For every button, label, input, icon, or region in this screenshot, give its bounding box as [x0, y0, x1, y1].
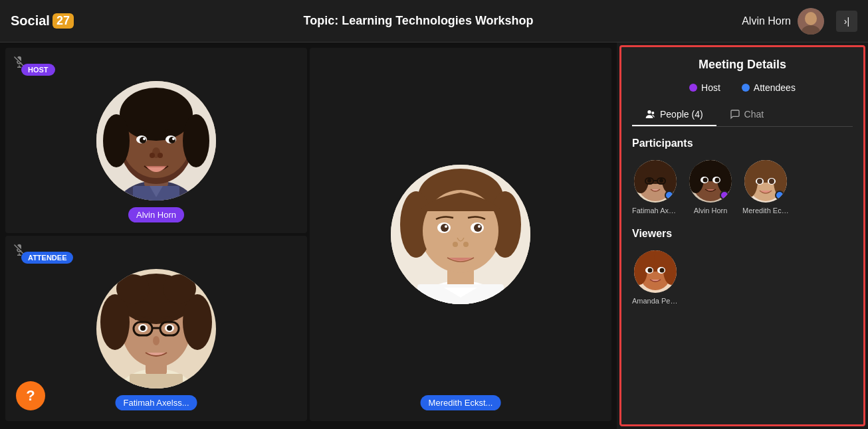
attendee-badge-fatimah: ATTENDEE	[21, 252, 73, 264]
svg-point-92	[757, 179, 762, 184]
svg-point-22	[150, 153, 155, 158]
svg-point-59	[474, 224, 482, 232]
legend: Host Attendees	[632, 82, 853, 93]
svg-point-13	[103, 114, 130, 167]
tab-people-label: People (4)	[660, 109, 703, 120]
svg-point-63	[463, 242, 469, 247]
svg-point-19	[143, 137, 146, 140]
participant-meredith: Meredith Eck...	[742, 160, 789, 214]
video-area: HOST	[0, 43, 617, 429]
sidebar-tabs: People (4) Chat	[632, 104, 853, 127]
viewers-title: Viewers	[632, 228, 853, 240]
svg-point-42	[140, 325, 146, 331]
svg-point-103	[648, 268, 653, 273]
tab-people[interactable]: People (4)	[632, 104, 716, 126]
svg-point-58	[441, 224, 449, 232]
logo-number: 27	[53, 13, 74, 29]
svg-point-44	[153, 336, 160, 345]
thumb-circle-amanda	[634, 250, 677, 293]
svg-point-60	[445, 225, 447, 228]
mute-icon-fatimah: ATTENDEE	[13, 244, 25, 256]
svg-point-61	[478, 225, 481, 228]
svg-point-33	[100, 294, 130, 350]
logo: Social 27	[11, 13, 74, 29]
svg-point-14	[183, 114, 209, 167]
photo-alvin	[96, 81, 216, 201]
user-info: Alvin Horn ›|	[742, 8, 857, 35]
host-label: Host	[701, 82, 720, 93]
participant-fatimah: Fatimah Axel...	[632, 160, 679, 214]
people-icon	[645, 109, 656, 120]
thumb-circle-fatimah	[634, 160, 677, 203]
meredith-status-dot	[775, 191, 784, 200]
legend-attendees: Attendees	[742, 82, 796, 93]
mute-icon-alvin: HOST	[13, 56, 25, 68]
name-badge-meredith: Meredith Eckst...	[421, 395, 501, 410]
fatimah-thumb-name: Fatimah Axel...	[632, 207, 679, 214]
name-badge-fatimah: Fatimah Axelss...	[116, 395, 197, 410]
viewers-grid: Amanda Petr...	[632, 250, 853, 305]
chat-icon	[730, 109, 740, 120]
sidebar: Meeting Details Host Attendees Peo	[619, 45, 865, 426]
main-content: HOST	[0, 43, 868, 429]
photo-fatimah	[96, 269, 216, 388]
attendees-dot	[742, 84, 750, 92]
topic-title: Topic: Learning Technologies Workshop	[95, 14, 742, 28]
svg-point-74	[647, 179, 651, 183]
tab-chat[interactable]: Chat	[716, 104, 778, 126]
tab-chat-label: Chat	[744, 109, 764, 120]
video-cell-alvin: HOST	[5, 48, 307, 233]
alvin-status-dot	[720, 191, 729, 200]
header: Social 27 Topic: Learning Technologies W…	[0, 0, 868, 43]
meredith-thumb-name: Meredith Eck...	[742, 207, 789, 214]
amanda-thumb-name: Amanda Petr...	[632, 297, 679, 305]
svg-point-23	[158, 153, 163, 158]
svg-point-35	[116, 274, 150, 303]
svg-rect-45	[130, 374, 183, 388]
svg-point-36	[163, 274, 196, 303]
svg-point-17	[140, 137, 146, 143]
svg-point-65	[651, 112, 654, 114]
collapse-button[interactable]: ›|	[836, 11, 857, 32]
help-button[interactable]: ?	[16, 381, 45, 410]
svg-point-83	[703, 178, 708, 183]
svg-point-75	[659, 179, 663, 183]
thumb-circle-meredith	[744, 160, 787, 203]
svg-point-1	[805, 12, 817, 25]
svg-point-104	[660, 268, 665, 273]
svg-point-43	[167, 325, 172, 331]
participant-amanda: Amanda Petr...	[632, 250, 679, 305]
svg-point-34	[183, 294, 212, 350]
logo-text: Social	[11, 13, 50, 29]
avatar	[798, 8, 824, 35]
thumb-circle-alvin	[689, 160, 732, 203]
svg-point-64	[647, 110, 651, 114]
svg-point-18	[169, 137, 175, 143]
participants-grid: Fatimah Axel...	[632, 160, 853, 214]
svg-point-20	[172, 137, 175, 140]
meeting-details-title: Meeting Details	[632, 58, 853, 72]
alvin-thumb-name: Alvin Horn	[694, 207, 728, 214]
svg-point-84	[715, 178, 720, 183]
host-dot	[689, 84, 697, 92]
legend-host: Host	[689, 82, 720, 93]
participant-alvin: Alvin Horn	[689, 160, 732, 214]
name-badge-alvin: Alvin Horn	[128, 207, 184, 222]
video-cell-meredith: Meredith Eckst...	[310, 48, 611, 421]
video-cell-fatimah-bottom: ATTENDEE	[5, 236, 307, 421]
svg-point-93	[769, 179, 774, 184]
header-user-name: Alvin Horn	[742, 15, 791, 27]
participants-title: Participants	[632, 137, 853, 149]
fatimah-status-dot	[665, 191, 674, 200]
attendees-label: Attendees	[754, 82, 796, 93]
svg-point-12	[120, 88, 193, 141]
svg-point-62	[453, 242, 458, 247]
host-badge: HOST	[21, 64, 55, 76]
photo-meredith	[391, 165, 530, 304]
